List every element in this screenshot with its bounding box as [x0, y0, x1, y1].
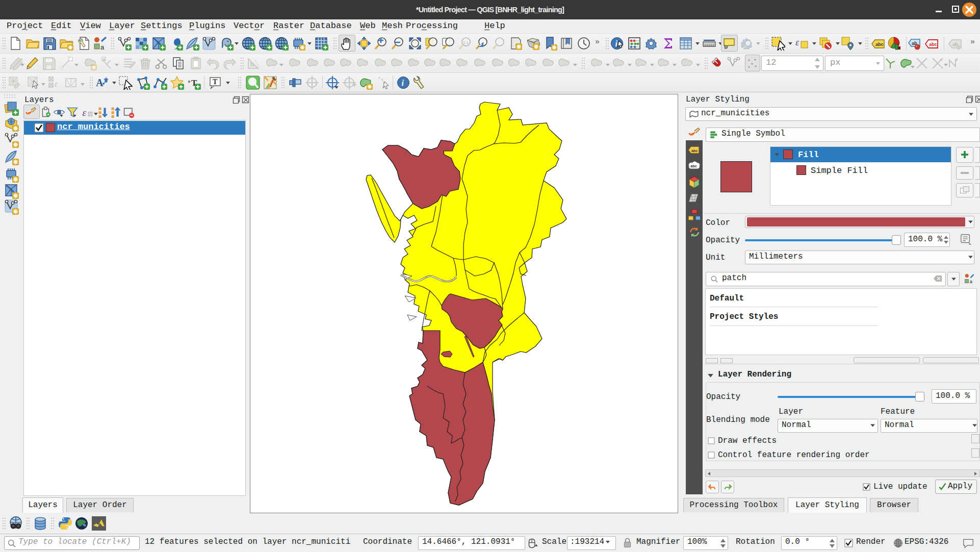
- svg-text:a: a: [100, 43, 105, 51]
- svg-text:abc: abc: [690, 164, 697, 168]
- svg-text:ε: ε: [55, 80, 58, 88]
- svg-text:ε: ε: [795, 37, 800, 47]
- svg-text:a: a: [970, 279, 973, 284]
- svg-text:1:1: 1:1: [463, 40, 469, 45]
- svg-text:abc: abc: [691, 148, 698, 153]
